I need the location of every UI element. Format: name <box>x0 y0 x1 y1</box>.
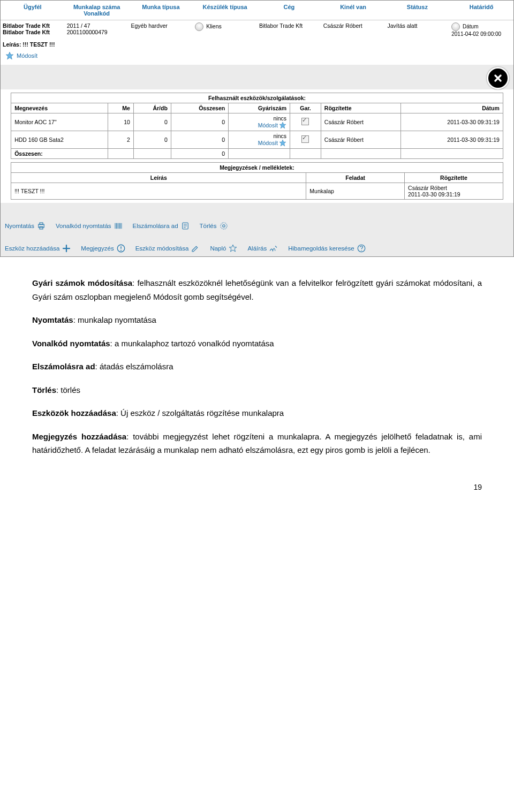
cell-megnevezes: Monitor AOC 17'' <box>11 113 108 131</box>
hdr-keszulek: Készülék típusa <box>193 1 257 20</box>
svg-marker-0 <box>6 52 13 59</box>
para-nyomtatas: Nyomtatás: munkalap nyomtatása <box>32 313 482 327</box>
worksheet-row: Bitlabor Trade KftBitlabor Trade Kft 201… <box>1 20 513 39</box>
cell-kinel: Császár Róbert <box>321 20 386 39</box>
svg-point-10 <box>120 250 122 251</box>
hdr-ceg: Cég <box>257 1 321 20</box>
cell-rogzitette: Császár Róbert <box>321 131 400 149</box>
sum-row: Összesen: 0 <box>11 149 503 159</box>
cell-gyariszam: nincs Módosít <box>229 131 290 149</box>
cell-hatarido: Dátum2011-04-02 09:00:00 <box>449 20 513 39</box>
tools-table: Felhasznált eszközök/szolgálatások: Megn… <box>11 93 503 159</box>
cell-feladat: Munkalap <box>306 183 405 200</box>
cell-datum: 2011-03-30 09:31:19 <box>400 131 503 149</box>
checkbox-icon[interactable] <box>301 118 309 125</box>
svg-point-8 <box>222 225 225 227</box>
table-row: !!! TESZT !!! Munkalap Császár Róbert201… <box>11 183 503 200</box>
delete-button[interactable]: Törlés <box>200 221 229 231</box>
svg-marker-1 <box>279 122 286 128</box>
col-rogzitette: Rögzítette <box>321 103 400 113</box>
tools-title: Felhasznált eszközök/szolgálatások: <box>11 93 503 103</box>
col-feladat: Feladat <box>306 173 405 183</box>
para-eszkoz: Eszközök hozzáadása: Új eszköz / szolgál… <box>32 406 482 420</box>
col-leiras: Leírás <box>11 173 306 183</box>
add-tool-button[interactable]: Eszköz hozzáadása <box>5 244 71 253</box>
sign-button[interactable]: Aláírás <box>247 244 278 253</box>
col-gar: Gar. <box>290 103 321 113</box>
notes-table: Megjegyzések / mellékletek: Leírás Felad… <box>11 162 503 200</box>
sum-value: 0 <box>171 149 228 159</box>
hdr-munkatipus: Munka típusa <box>129 1 193 20</box>
cell-rogzitette: Császár Róbert <box>321 113 400 131</box>
col-gyariszam: Gyáriszám <box>229 103 290 113</box>
cell-datum: 2011-03-30 09:31:19 <box>400 113 503 131</box>
leiras-row: Leírás: !!! TESZT !!! <box>1 39 513 50</box>
cell-megnevezes: HDD 160 GB Sata2 <box>11 131 108 149</box>
print-button[interactable]: Nyomtatás <box>5 221 46 231</box>
close-button[interactable] <box>487 67 509 89</box>
cell-osszesen: 0 <box>171 113 228 131</box>
barcode-print-button[interactable]: Vonalkód nyomtatás <box>56 221 123 231</box>
cell-ardb: 0 <box>133 131 171 149</box>
app-screenshot: Ügyfél Munkalap számaVonalkód Munka típu… <box>0 0 514 257</box>
table-row: HDD 160 GB Sata2 2 0 0 nincs Módosít Csá… <box>11 131 503 149</box>
svg-marker-2 <box>279 140 286 146</box>
cell-munkatipus: Egyéb hardver <box>129 20 193 39</box>
svg-rect-5 <box>40 227 43 230</box>
col-megnevezes: Megnevezés <box>11 103 108 113</box>
cell-me: 2 <box>108 131 134 149</box>
cell-ardb: 0 <box>133 113 171 131</box>
cell-osszesen: 0 <box>171 131 228 149</box>
sum-label: Összesen: <box>11 149 108 159</box>
comment-button[interactable]: Megjegyzés <box>81 244 125 253</box>
svg-point-13 <box>361 251 362 252</box>
cell-me: 10 <box>108 113 134 131</box>
grey-gap <box>1 65 513 89</box>
para-gyari: Gyári számok módosítása: felhasznált esz… <box>32 276 482 303</box>
edit-tool-button[interactable]: Eszköz módosítása <box>135 244 201 253</box>
col-me: Me <box>108 103 134 113</box>
modosit-inline-button[interactable]: Módosít <box>258 139 286 147</box>
para-torles: Törlés: törlés <box>32 383 482 397</box>
para-megjegyzes: Megjegyzés hozzáadása: további megjegyzé… <box>32 430 482 457</box>
hdr-munkalap: Munkalap számaVonalkód <box>65 1 129 20</box>
modosit-button[interactable]: Módosít <box>17 52 37 59</box>
notes-title: Megjegyzések / mellékletek: <box>11 163 503 173</box>
cell-gar <box>290 113 321 131</box>
cell-keszulek: Kliens <box>193 20 257 39</box>
cell-gyariszam: nincs Módosít <box>229 113 290 131</box>
column-headers: Ügyfél Munkalap számaVonalkód Munka típu… <box>1 1 513 20</box>
star-icon[interactable] <box>5 51 14 60</box>
col-rogzitette: Rögzítette <box>405 173 503 183</box>
modosit-row: Módosít <box>1 50 513 65</box>
para-elszamolasra: Elszámolásra ad: átadás elszámolásra <box>32 360 482 374</box>
svg-point-7 <box>221 223 227 229</box>
hdr-ugyfel: Ügyfél <box>1 1 65 20</box>
log-button[interactable]: Napló <box>210 244 238 253</box>
hdr-statusz: Státusz <box>386 1 450 20</box>
settle-button[interactable]: Elszámolásra ad <box>133 221 190 231</box>
date-icon <box>451 22 460 31</box>
col-ardb: Ár/db <box>133 103 171 113</box>
cell-leiras: !!! TESZT !!! <box>11 183 306 200</box>
spacer <box>1 203 513 218</box>
col-datum: Dátum <box>400 103 503 113</box>
document-body: Gyári számok módosítása: felhasznált esz… <box>0 257 514 483</box>
para-vonalkod: Vonalkód nyomtatás: a munkalaphoz tartoz… <box>32 337 482 351</box>
actions-bar: Nyomtatás Vonalkód nyomtatás Elszámolásr… <box>1 218 513 256</box>
cell-gar <box>290 131 321 149</box>
page-number: 19 <box>0 483 514 507</box>
cell-statusz: Javítás alatt <box>386 20 450 39</box>
svg-rect-4 <box>40 223 43 225</box>
device-icon <box>195 22 203 31</box>
troubleshoot-button[interactable]: Hibamegoldás keresése <box>288 244 366 253</box>
hdr-kinel: Kinél van <box>321 1 386 20</box>
cell-ceg: Bitlabor Trade Kft <box>257 20 321 39</box>
table-row: Monitor AOC 17'' 10 0 0 nincs Módosít Cs… <box>11 113 503 131</box>
cell-rogzitette: Császár Róbert2011-03-30 09:31:19 <box>405 183 503 200</box>
hdr-hatarido: Határidő <box>449 1 513 20</box>
col-osszesen: Összesen <box>171 103 228 113</box>
modosit-inline-button[interactable]: Módosít <box>258 122 286 129</box>
checkbox-icon[interactable] <box>301 135 309 143</box>
cell-munkalap: 2011 / 472001100000479 <box>65 20 129 39</box>
